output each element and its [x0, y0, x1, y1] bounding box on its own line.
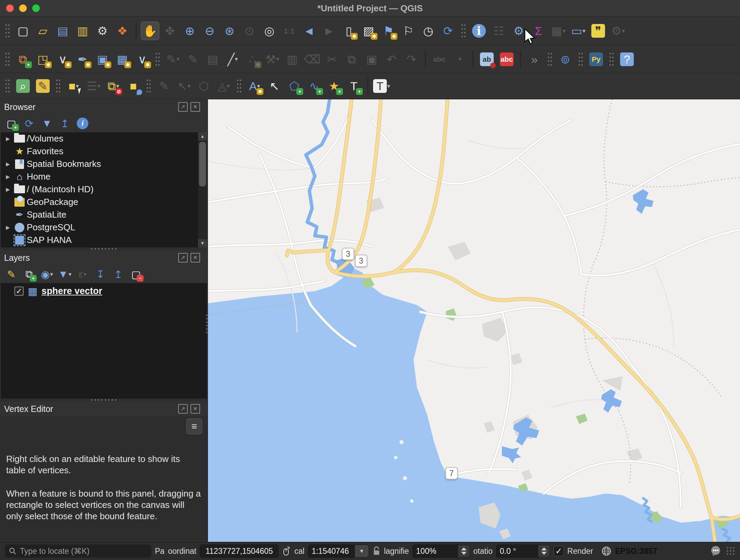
layers-float-button[interactable]: ↗ [178, 253, 188, 263]
toolbar-drag-handle[interactable] [5, 23, 10, 38]
measure-line-dropdown-arrow[interactable]: ▾ [582, 27, 585, 35]
filter-legend-by-expression-dropdown-arrow[interactable]: ▾ [84, 271, 87, 278]
filter-legend-button[interactable]: ▼▾ [57, 266, 73, 282]
panel-splitter[interactable] [0, 247, 208, 250]
browser-item-sap-hana[interactable]: SAP HANA [1, 234, 207, 246]
run-feature-action-dropdown-arrow[interactable]: ▾ [622, 27, 625, 35]
filter-legend-dropdown-arrow[interactable]: ▾ [69, 271, 72, 278]
add-marker-annotation-button[interactable]: ★+ [325, 77, 343, 95]
scroll-thumb[interactable] [199, 142, 206, 186]
highlight-pinned-labels-button[interactable]: abc [497, 50, 516, 69]
add-group-button[interactable]: ⧉+ [21, 266, 37, 282]
save-project-button[interactable]: ▤ [53, 22, 72, 40]
new-shapefile-layer-button[interactable]: ∨✱ [53, 50, 72, 69]
render-checkbox[interactable]: ✓ [554, 546, 564, 556]
coordinate-input[interactable]: 11237727,1504605 [200, 545, 279, 558]
expand-arrow-icon[interactable]: ▶ [3, 224, 12, 231]
toolbar-drag-handle[interactable] [5, 78, 10, 94]
manage-map-themes-dropdown-arrow[interactable]: ▾ [50, 271, 53, 278]
crs-status[interactable]: EPSG:3857 [615, 547, 657, 556]
mesh-digitizing-dropdown-arrow[interactable]: ▾ [227, 83, 230, 90]
new-3d-map-view-button[interactable]: ▨✱ [359, 22, 378, 40]
style-manager-button[interactable]: ❖ [113, 22, 132, 40]
new-mesh-layer-button[interactable]: ▦✱ [113, 50, 132, 69]
rotation-spinbox[interactable]: 0.0 ° [496, 545, 550, 558]
expand-arrow-icon[interactable]: ▶ [3, 174, 12, 180]
text-annotation-button[interactable]: T▾ [372, 77, 391, 95]
browser-item-home[interactable]: ▶⌂Home [1, 170, 207, 183]
open-data-source-manager-button[interactable]: ⧉+ [14, 50, 32, 69]
new-virtual-layer-button[interactable]: ▣✱ [93, 50, 112, 69]
select-features-button[interactable]: ■▾ [64, 77, 83, 95]
show-layout-manager-button[interactable]: ⚙ [93, 22, 112, 40]
browser-item-spatial-bookmarks[interactable]: ▶Spatial Bookmarks [1, 158, 207, 170]
current-edits-dropdown-arrow[interactable]: ▾ [176, 56, 180, 63]
crs-globe-icon[interactable] [601, 546, 612, 556]
show-spatial-bookmarks-button[interactable]: ⚐ [399, 22, 418, 40]
magnifier-spinbox[interactable]: 100% [412, 545, 470, 558]
refresh-map-button[interactable]: ⟳ [439, 22, 457, 40]
scale-dropdown-arrow[interactable]: ▼ [355, 545, 369, 557]
new-project-button[interactable]: ▢ [14, 22, 32, 40]
collapse-all-button[interactable]: ↥ [57, 115, 73, 131]
browser-item-postgresql[interactable]: ▶PostgreSQL [1, 221, 207, 234]
text-annotation-dropdown-arrow[interactable]: ▾ [387, 83, 390, 90]
browser-item-volumes[interactable]: ▶/Volumes [1, 132, 207, 145]
layers-close-button[interactable]: ✕ [190, 253, 200, 263]
measure-line-button[interactable]: ▭▾ [569, 22, 588, 40]
vertex-editor-menu-button[interactable]: ≡ [186, 418, 202, 434]
map-canvas[interactable]: 337 [208, 99, 740, 542]
pan-map-button[interactable]: ✋ [141, 22, 159, 40]
scroll-down-arrow[interactable]: ▼ [198, 239, 207, 247]
toolbar-drag-handle[interactable] [146, 78, 151, 94]
new-spatialite-layer-button[interactable]: ✒✱ [73, 50, 92, 69]
browser-float-button[interactable]: ↗ [178, 102, 188, 112]
panel-splitter[interactable] [0, 399, 208, 401]
new-annotation-layer-button[interactable]: A✱▾ [245, 77, 264, 95]
mouse-position-icon[interactable] [282, 546, 291, 556]
identify-features-button[interactable]: ℹ [470, 22, 488, 40]
new-print-layout-button[interactable]: ▥ [73, 22, 92, 40]
open-project-button[interactable]: ▱ [34, 22, 52, 40]
title-bar[interactable]: *Untitled Project — QGIS [0, 0, 740, 16]
zoom-to-layer-button[interactable]: ◎ [260, 22, 279, 40]
metasearch-catalog-client-button[interactable]: ⊚ [556, 50, 575, 69]
browser-close-button[interactable]: ✕ [190, 102, 200, 112]
modify-annotations-button[interactable]: ↖ [265, 77, 284, 95]
expand-arrow-icon[interactable]: ▶ [3, 136, 12, 142]
pin-unpin-labels-button[interactable]: ab [478, 50, 496, 69]
scroll-up-arrow[interactable]: ▲ [198, 132, 207, 141]
browser-item-geopackage[interactable]: GeoPackage [1, 196, 207, 208]
expand-arrow-icon[interactable]: ▶ [3, 161, 12, 167]
zoom-last-button[interactable]: ◄ [300, 22, 318, 40]
new-spatial-bookmark-button[interactable]: ⚑✱ [379, 22, 398, 40]
new-map-view-button[interactable]: ▯✱ [340, 22, 358, 40]
layer-visibility-checkbox[interactable]: ✓ [14, 287, 24, 296]
zoom-full-button[interactable]: ⊛ [220, 22, 239, 40]
messages-button[interactable] [709, 545, 722, 557]
toolbar-drag-handle[interactable] [578, 52, 583, 67]
toolbar-drag-handle[interactable] [547, 52, 553, 67]
toolbar-extension-button[interactable]: » [525, 50, 544, 69]
collapse-all-layers-button[interactable]: ↥ [110, 266, 126, 282]
new-geopackage-layer-button[interactable]: ◳✱ [34, 50, 52, 69]
remove-layer-group-button[interactable]: ▢− [128, 266, 144, 282]
geo-search-button[interactable]: ⌕ [14, 77, 32, 95]
rotation-spin-arrows[interactable] [538, 545, 550, 557]
open-layer-styling-panel-button[interactable]: ✎ [3, 266, 19, 282]
map-tiles-plugin-button[interactable]: ✎ [34, 77, 52, 95]
select-features-by-form-dropdown-arrow[interactable]: ▾ [97, 83, 100, 90]
dock-map-splitter[interactable] [206, 314, 208, 334]
toolbar-drag-handle[interactable] [5, 52, 10, 67]
refresh-browser-button[interactable]: ⟳ [21, 115, 37, 131]
locator-search[interactable]: Type to locate (⌘K) [5, 545, 151, 558]
window-resize-grip[interactable] [726, 547, 735, 556]
vertex-tool-dropdown-arrow[interactable]: ▾ [276, 56, 279, 63]
new-temporary-scratch-layer-button[interactable]: ∨✱ [133, 50, 151, 69]
toolbar-drag-handle[interactable] [236, 78, 242, 94]
expand-arrow-icon[interactable]: ▶ [3, 186, 12, 193]
deselect-features-all-layers-button[interactable]: ⧉⊘▾ [104, 77, 123, 95]
toolbar-drag-handle[interactable] [609, 52, 614, 67]
digitize-with-segment-button[interactable]: ╱▾ [223, 50, 242, 69]
manage-map-themes-button[interactable]: ◉▾ [39, 266, 55, 282]
